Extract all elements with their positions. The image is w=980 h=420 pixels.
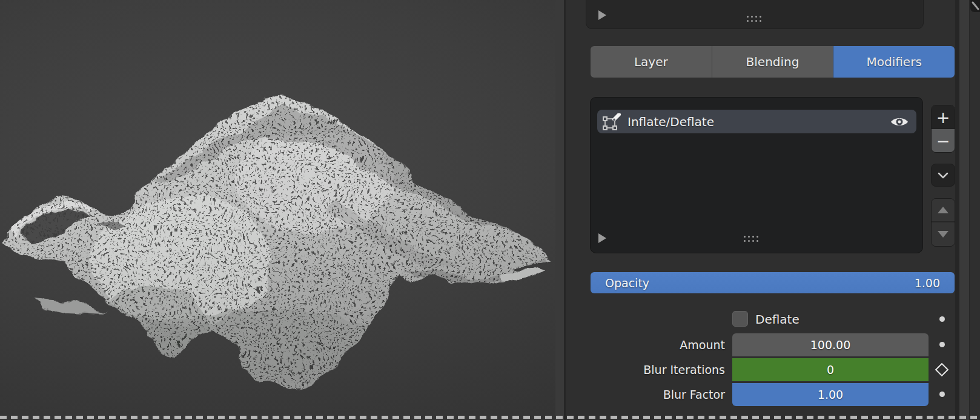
region-corner-widget[interactable] [970,0,980,12]
arrow-down-icon [938,231,949,238]
deflate-label: Deflate [755,311,800,327]
expand-arrow-icon[interactable] [598,10,606,20]
list-expand-arrow-icon[interactable] [598,233,606,243]
sculpted-mesh [0,0,555,420]
move-up-button[interactable] [932,199,955,222]
arrow-up-icon [938,207,949,213]
scrollbar-track[interactable] [959,0,970,420]
opacity-value: 1.00 [915,276,940,290]
amount-label: Amount [591,333,725,356]
modifier-type-icon [603,113,623,132]
blur-factor-field[interactable]: 1.00 [732,383,929,406]
add-modifier-button[interactable]: + [932,105,955,129]
panel-edge-gap [955,0,959,420]
tab-blending[interactable]: Blending [712,46,834,78]
app-window: Layer Blending Modifiers Inflate/Deflate… [0,0,980,420]
deflate-checkbox[interactable] [732,311,748,327]
animate-dot-amount[interactable] [939,342,945,347]
blur-iterations-label: Blur Iterations [591,358,725,381]
modifier-list-item[interactable]: Inflate/Deflate [597,110,916,133]
blur-factor-label: Blur Factor [591,383,725,406]
region-divider[interactable] [555,0,566,420]
panel-tabs: Layer Blending Modifiers [591,46,955,78]
list-menu-button[interactable] [931,164,955,187]
amount-field[interactable]: 100.00 [732,333,929,356]
chevron-down-icon [932,164,955,186]
move-down-button[interactable] [932,222,955,246]
remove-modifier-button[interactable]: − [932,129,955,153]
diagonal-corner-icon [970,0,980,12]
list-grip-handle-icon[interactable] [744,236,758,242]
list-add-remove-group: + − [931,105,955,153]
opacity-label: Opacity [605,276,649,290]
blur-iterations-field[interactable]: 0 [732,358,929,381]
tab-layer[interactable]: Layer [591,46,712,78]
collapsed-panel-header[interactable] [586,0,924,29]
opacity-slider[interactable]: Opacity 1.00 [591,272,955,293]
visibility-eye-icon[interactable] [890,115,909,128]
viewport-3d[interactable] [0,0,555,420]
move-modifier-group [931,198,955,247]
animate-dot-blur-factor[interactable] [939,392,945,397]
tab-modifiers[interactable]: Modifiers [833,46,955,78]
animate-dot-deflate[interactable] [939,316,945,322]
grip-handle-icon[interactable] [747,16,761,22]
modifier-name: Inflate/Deflate [627,115,714,129]
bottom-dashed-indicator [0,416,980,419]
